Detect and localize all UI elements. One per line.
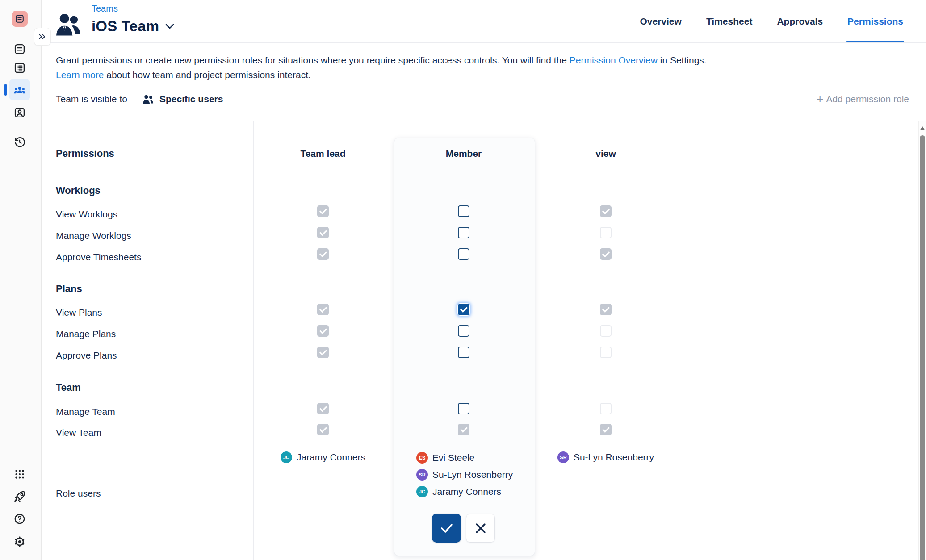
checkbox-manage-team-member[interactable]	[458, 403, 469, 414]
role-user-member: JC Jaramy Conners	[416, 486, 501, 497]
section-heading-worklogs: Worklogs	[56, 185, 101, 196]
sidebar	[0, 0, 42, 560]
cancel-button[interactable]	[466, 514, 495, 543]
sidebar-active-indicator	[4, 84, 7, 96]
sidebar-expand-button[interactable]	[34, 28, 51, 46]
permissions-table: Permissions Team lead Member view Worklo…	[0, 0, 926, 560]
rocket-icon[interactable]	[9, 486, 30, 507]
checkbox-view-worklogs-member[interactable]	[458, 205, 469, 217]
list-icon[interactable]	[9, 57, 30, 79]
avatar: SR	[416, 469, 428, 481]
checkbox-view-worklogs-view	[600, 205, 612, 217]
checkbox-manage-team-team-lead	[317, 403, 329, 414]
checkbox-approve-plans-member[interactable]	[458, 347, 469, 358]
checkbox-manage-plans-view	[600, 325, 612, 337]
role-user-name: Evi Steele	[432, 452, 475, 463]
checkbox-approve-timesheets-team-lead	[317, 248, 329, 260]
check-icon	[440, 523, 453, 534]
section-heading-team: Team	[56, 382, 81, 393]
settings-gear-icon[interactable]	[9, 531, 30, 552]
row-label-view-team: View Team	[56, 427, 101, 438]
avatar: SR	[557, 451, 569, 463]
row-label-manage-team: Manage Team	[56, 406, 115, 417]
checkbox-approve-timesheets-view	[600, 248, 612, 260]
role-user-member: ES Evi Steele	[416, 452, 475, 464]
avatar: JC	[281, 451, 292, 463]
role-user-name: Su-Lyn Rosenberry	[574, 452, 654, 463]
role-user-team-lead: JC Jaramy Conners	[281, 451, 365, 463]
close-icon	[475, 522, 486, 534]
history-icon[interactable]	[9, 131, 30, 153]
row-label-view-plans: View Plans	[56, 307, 102, 318]
row-label-manage-plans: Manage Plans	[56, 329, 116, 339]
checkbox-view-plans-member[interactable]	[458, 304, 469, 315]
section-heading-plans: Plans	[56, 283, 82, 295]
role-user-member: SR Su-Lyn Rosenberry	[416, 469, 513, 481]
permissions-column-header: Permissions	[56, 148, 114, 159]
checkbox-manage-worklogs-view	[600, 227, 612, 238]
checkbox-view-plans-view	[600, 304, 612, 315]
checkbox-view-team-team-lead	[317, 424, 329, 435]
timesheet-icon[interactable]	[9, 38, 30, 60]
profile-icon[interactable]	[9, 102, 30, 123]
help-icon[interactable]	[9, 508, 30, 530]
row-label-manage-worklogs: Manage Worklogs	[56, 230, 131, 241]
avatar: ES	[416, 452, 428, 464]
role-user-name: Jaramy Conners	[297, 452, 365, 463]
column-header-view: view	[595, 148, 616, 159]
apps-grid-icon[interactable]	[9, 464, 30, 485]
checkbox-manage-worklogs-team-lead	[317, 227, 329, 238]
row-label-approve-timesheets: Approve Timesheets	[56, 252, 141, 263]
checkbox-view-team-member	[458, 424, 469, 435]
tempo-logo-icon[interactable]	[12, 11, 28, 27]
avatar: JC	[416, 486, 428, 497]
checkbox-view-worklogs-team-lead	[317, 205, 329, 217]
checkbox-view-plans-team-lead	[317, 304, 329, 315]
role-user-name: Jaramy Conners	[432, 486, 501, 497]
checkbox-approve-timesheets-member[interactable]	[458, 248, 469, 260]
role-users-label: Role users	[56, 488, 101, 499]
checkbox-view-team-view	[600, 424, 612, 435]
row-label-approve-plans: Approve Plans	[56, 350, 117, 361]
row-label-view-worklogs: View Worklogs	[56, 209, 117, 220]
checkbox-manage-team-view	[600, 403, 612, 414]
checkbox-approve-plans-view	[600, 347, 612, 358]
teams-permissions-page: Teams iOS Team Overview Timesheet Approv…	[0, 0, 926, 560]
column-header-member: Member	[446, 148, 482, 159]
role-user-name: Su-Lyn Rosenberry	[432, 469, 513, 480]
confirm-button[interactable]	[432, 514, 461, 543]
column-header-team-lead: Team lead	[300, 148, 345, 159]
checkbox-manage-plans-member[interactable]	[458, 325, 469, 337]
checkbox-manage-worklogs-member[interactable]	[458, 227, 469, 238]
sidebar-item-teams[interactable]	[9, 79, 30, 100]
role-user-view: SR Su-Lyn Rosenberry	[557, 451, 654, 463]
checkbox-approve-plans-team-lead	[317, 347, 329, 358]
checkbox-manage-plans-team-lead	[317, 325, 329, 337]
